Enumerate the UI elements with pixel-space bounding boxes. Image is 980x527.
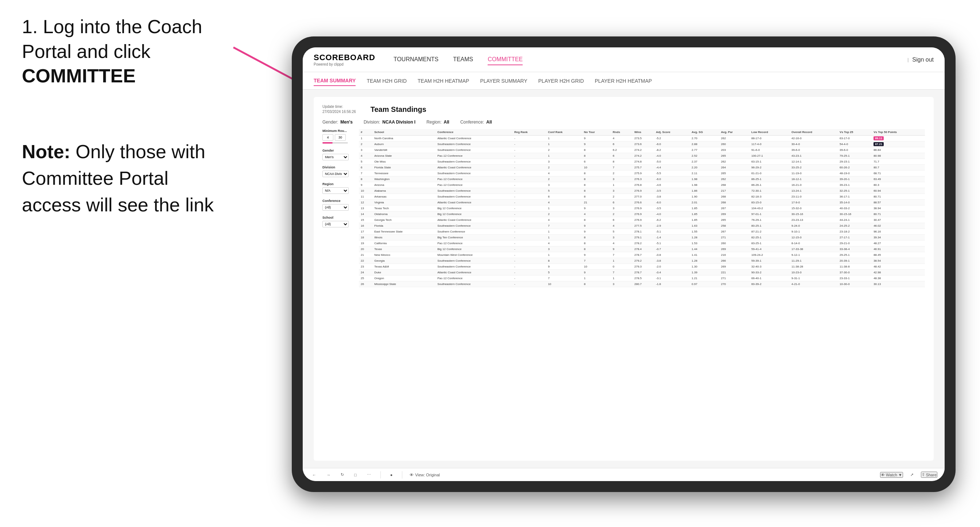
cell-adj-score: -3.5 [654,188,690,194]
cell-school: Texas A&M [372,264,436,270]
gender-select[interactable]: Men's [322,154,349,160]
table-row: 19 California Pac-12 Conference - 4 8 4 … [359,241,925,246]
cell-overall: 9-10-1 [790,229,838,235]
division-select[interactable]: NCAA Division I [322,171,349,177]
cell-conference: Big 12 Conference [436,246,512,252]
col-avg-sg: Avg. SG [690,129,719,136]
cell-avg-sg: 1.85 [690,217,719,223]
nav-teams[interactable]: TEAMS [453,54,473,65]
cell-vs25: 33-38-4 [838,246,872,252]
col-avg-par: Avg. Par [719,129,749,136]
cell-avg-sg: 2.70 [690,136,719,141]
cell-reg-rank: - [512,246,546,252]
cell-rank: 18 [359,235,372,241]
cell-vs25: 60-26-2 [838,165,872,171]
division-group: Division NCAA Division I [322,165,352,177]
cell-rnds: 3 [611,281,632,287]
table-row: 14 Oklahoma Big 12 Conference - 2 4 2 27… [359,211,925,217]
cell-rnds: 7 [611,252,632,258]
cell-rank: 15 [359,217,372,223]
cell-reg-rank: - [512,153,546,159]
sign-out-link[interactable]: Sign out [912,57,934,63]
cell-rnds: 3 [611,235,632,241]
cell-no-tour: 9 [582,136,611,141]
instruction-area: 1. Log into the Coach Portal and click C… [22,14,234,96]
cell-overall: 18-12-1 [790,176,838,182]
cell-no-tour: 10 [582,165,611,171]
col-conference: Conference [436,129,512,136]
back-btn[interactable]: ← [310,472,318,478]
cell-no-tour: 10 [582,264,611,270]
tablet-screen: SCOREBOARD Powered by clippd TOURNAMENTS… [303,48,945,481]
cell-school: Alabama [372,188,436,194]
subnav-player-h2h-heatmap[interactable]: PLAYER H2H HEATMAP [595,76,652,86]
min-rounds-label: Minimum Rou... [322,129,352,133]
cell-avg-sg: 1.30 [690,264,719,270]
cell-points: 88.57 [872,200,925,206]
school-select[interactable]: (All) [322,221,349,227]
cell-no-tour: 8 [582,235,611,241]
note-text: Note: Only those with Committee Portal a… [22,138,219,218]
bottom-toolbar: ← → ↻ □ ⋯ ● 👁 View: Original 👁 Watch ▼ ➚… [303,468,945,481]
cell-school: Virginia [372,200,436,206]
cell-reg-rank: - [512,270,546,276]
expand-btn[interactable]: ➚ [908,471,916,478]
watch-btn[interactable]: 👁 Watch ▼ [880,472,903,478]
cell-vs25: 39-23-1 [838,182,872,188]
cell-reg-rank: - [512,241,546,246]
cell-low: 76-29-1 [749,217,790,223]
cell-avg-sg: 2.37 [690,159,719,165]
cell-points: 80.71 [872,194,925,200]
eye-icon: 👁 [410,473,414,477]
cell-rank: 9 [359,182,372,188]
conference-select[interactable]: (All) [322,204,349,211]
cell-adj-score: -6.0 [654,200,690,206]
table-row: 3 Vanderbilt Southeastern Conference - 2… [359,147,925,153]
cell-rank: 3 [359,147,372,153]
subnav-team-h2h-grid[interactable]: TEAM H2H GRID [366,76,407,86]
nav-committee[interactable]: COMMITTEE [488,54,523,65]
cell-school: Arizona State [372,153,436,159]
subnav-team-summary[interactable]: TEAM SUMMARY [313,76,356,86]
subnav-player-h2h-grid[interactable]: PLAYER H2H GRID [538,76,584,86]
region-select[interactable]: N/A [322,187,349,194]
cell-low: 32-40-3 [749,264,790,270]
cell-adj-score: -4.0 [654,153,690,159]
table-row: 20 Texas Big 12 Conference - 3 8 9 278.4… [359,246,925,252]
cell-vs25: 10-30-0 [838,281,872,287]
cell-overall: 33-25-2 [790,165,838,171]
cell-vs25: 30-15-16 [838,211,872,217]
cell-avg-sg: 1.85 [690,211,719,217]
refresh-btn[interactable]: ↻ [339,471,346,478]
cell-reg-rank: - [512,276,546,281]
cell-low: 61-21-0 [749,171,790,176]
col-wins: Wins [632,129,654,136]
region-group: Region N/A [322,182,352,194]
cell-rank: 10 [359,188,372,194]
cell-no-tour: 8 [582,176,611,182]
update-time: Update time: 27/03/2024 16:56:26 [322,104,356,114]
cell-school: California [372,241,436,246]
share-btn[interactable]: ⇧ Share [921,471,937,478]
table-row: 6 Florida State Atlantic Coast Conferenc… [359,165,925,171]
cell-reg-rank: - [512,264,546,270]
share-label: Share [926,473,937,477]
more-btn[interactable]: ⋯ [365,471,373,478]
clock-btn[interactable]: ● [388,472,395,478]
min-input[interactable] [322,134,333,141]
nav-tournaments[interactable]: TOURNAMENTS [393,54,438,65]
copy-btn[interactable]: □ [352,472,359,478]
max-input[interactable] [335,134,346,141]
subnav-team-h2h-heatmap[interactable]: TEAM H2H HEATMAP [418,76,469,86]
cell-wins: 278.7 [632,270,654,276]
forward-btn[interactable]: → [324,472,332,478]
subnav-player-summary[interactable]: PLAYER SUMMARY [480,76,527,86]
view-original-btn[interactable]: 👁 View: Original [410,473,440,477]
cell-conf-rank: 4 [546,217,582,223]
cell-no-tour: 8 [582,153,611,159]
cell-school: Florida [372,223,436,229]
col-overall: Overall Record [790,129,838,136]
table-row: 15 Georgia Tech Atlantic Coast Conferenc… [359,217,925,223]
cell-points: 46.91 [872,246,925,252]
cell-rank: 25 [359,276,372,281]
